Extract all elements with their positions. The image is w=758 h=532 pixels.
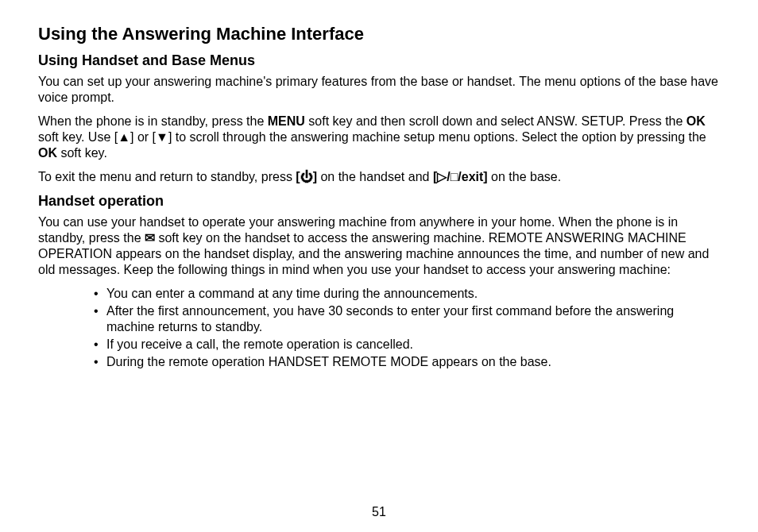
text: soft key. xyxy=(57,146,107,160)
paragraph: You can set up your answering machine's … xyxy=(38,74,720,106)
text: When the phone is in standby, press the xyxy=(38,114,268,128)
paragraph: You can use your handset to operate your… xyxy=(38,214,720,278)
envelope-icon: ✉ xyxy=(145,231,155,245)
text: ] to scroll through the answering machin… xyxy=(168,130,706,144)
list-item: During the remote operation HANDSET REMO… xyxy=(94,354,720,370)
ok-key-label: OK xyxy=(686,114,706,128)
play-stop-exit-key-label: [▷/□/exit] xyxy=(433,170,488,183)
text: on the handset and xyxy=(317,170,433,183)
document-page: Using the Answering Machine Interface Us… xyxy=(0,0,758,532)
page-number: 51 xyxy=(0,505,758,519)
section-heading-2: Handset operation xyxy=(38,193,720,210)
up-arrow-icon: ▲ xyxy=(118,130,130,144)
menu-key-label: MENU xyxy=(268,114,305,128)
list-item: After the first announcement, you have 3… xyxy=(94,303,720,335)
paragraph: To exit the menu and return to standby, … xyxy=(38,169,720,185)
list-item: If you receive a call, the remote operat… xyxy=(94,337,720,353)
text: To exit the menu and return to standby, … xyxy=(38,170,296,183)
list-item: You can enter a command at any time duri… xyxy=(94,286,720,302)
text: soft key. Use [ xyxy=(38,130,118,144)
end-key-icon: [⏻] xyxy=(296,170,317,183)
section-heading-1: Using Handset and Base Menus xyxy=(38,52,720,69)
page-title: Using the Answering Machine Interface xyxy=(38,24,720,44)
ok-key-label: OK xyxy=(38,146,57,160)
paragraph: When the phone is in standby, press the … xyxy=(38,114,720,161)
text: ] or [ xyxy=(130,130,156,144)
text: soft key and then scroll down and select… xyxy=(305,114,686,128)
text: on the base. xyxy=(488,170,562,183)
bullet-list: You can enter a command at any time duri… xyxy=(38,286,720,370)
down-arrow-icon: ▼ xyxy=(156,130,168,144)
